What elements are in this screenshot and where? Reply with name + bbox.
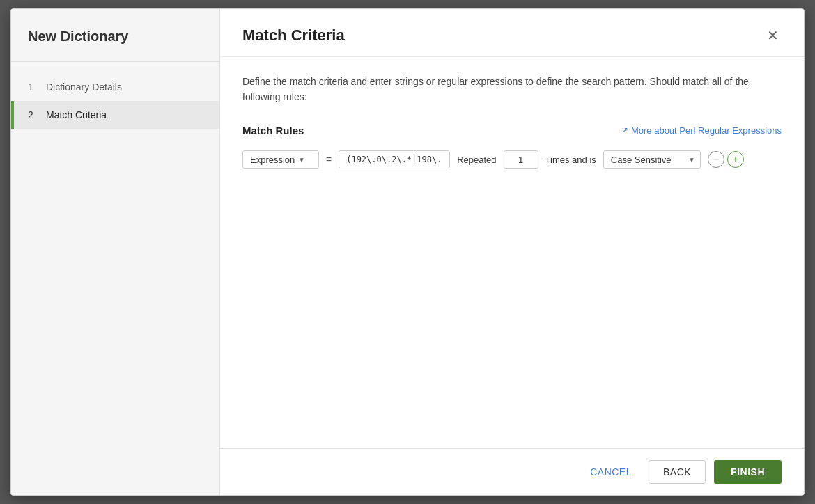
perl-link-label: More about Perl Regular Expressions [631,125,782,136]
row-actions: − + [708,151,744,168]
sidebar-step-dictionary-details[interactable]: 1 Dictionary Details [11,73,219,101]
sidebar: New Dictionary 1 Dictionary Details 2 Ma… [11,9,220,495]
remove-rule-button[interactable]: − [708,151,724,168]
modal-dialog: New Dictionary 1 Dictionary Details 2 Ma… [10,8,805,496]
main-footer: CANCEL BACK FINISH [220,448,804,495]
modal-title: New Dictionary [11,9,219,62]
equals-sign: = [326,154,332,165]
times-and-is-label: Times and is [545,155,596,165]
expression-type-select-wrapper[interactable]: Expression Keyword Phrase ▼ [242,150,319,169]
close-button[interactable]: ✕ [764,26,782,45]
steps-list: 1 Dictionary Details 2 Match Criteria [11,62,219,140]
back-button[interactable]: BACK [649,460,706,484]
main-panel: Match Criteria ✕ Define the match criter… [220,9,804,495]
times-value-input[interactable] [504,150,538,169]
description-text: Define the match criteria and enter stri… [242,74,782,105]
section-header: Match Rules ↗ More about Perl Regular Ex… [242,125,782,136]
cancel-button[interactable]: CANCEL [582,461,640,483]
expression-chevron-icon: ▼ [298,156,305,164]
step-2-wrapper: 2 Match Criteria [11,101,219,129]
main-body: Define the match criteria and enter stri… [220,57,804,448]
step-1-wrapper: 1 Dictionary Details [11,73,219,101]
finish-button[interactable]: FINISH [714,460,782,484]
step-1-label: Dictionary Details [46,81,122,93]
page-title: Match Criteria [242,26,345,45]
step-2-number: 2 [28,109,39,120]
match-rule-row: Expression Keyword Phrase ▼ = Repeated T… [242,150,782,169]
case-sensitive-select[interactable]: Case Sensitive Case Insensitive [603,150,701,169]
perl-link[interactable]: ↗ More about Perl Regular Expressions [621,125,782,136]
case-sensitive-select-wrapper[interactable]: Case Sensitive Case Insensitive ▼ [603,150,701,169]
expression-value-input[interactable] [339,150,450,168]
main-header: Match Criteria ✕ [220,9,804,57]
external-link-icon: ↗ [621,125,628,135]
expression-type-select[interactable]: Expression Keyword Phrase [250,155,295,165]
sidebar-step-match-criteria[interactable]: 2 Match Criteria [11,101,219,129]
step-2-label: Match Criteria [46,109,107,120]
repeated-label: Repeated [457,155,496,165]
match-rules-label: Match Rules [242,125,304,136]
add-rule-button[interactable]: + [727,151,744,168]
step-1-number: 1 [28,81,39,93]
